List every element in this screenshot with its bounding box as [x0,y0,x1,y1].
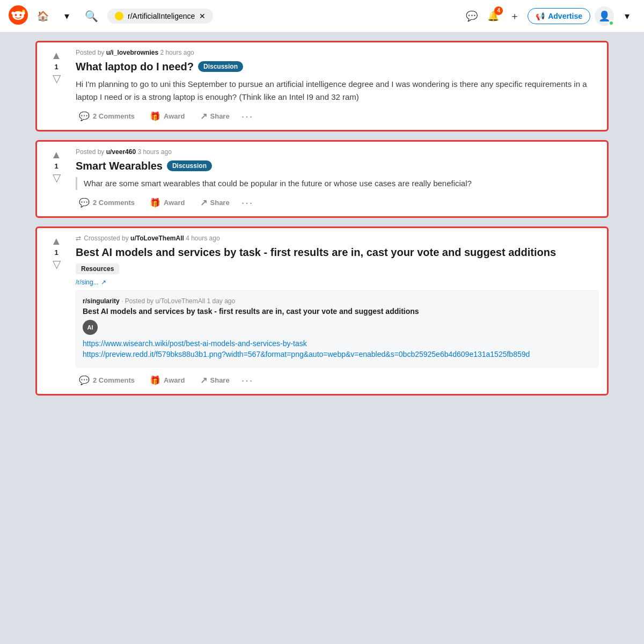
external-link-icon: ↗ [101,279,106,286]
embed-meta: r/singularity · Posted by u/ToLoveThemAl… [83,297,591,305]
advertise-icon: 📢 [536,12,545,20]
post-title-row-1: What laptop do I need? Discussion [76,60,598,74]
award-btn-1[interactable]: 🎁 Award [147,109,188,123]
post-meta-3: ⇄ Crossposted by u/ToLoveThemAll 4 hours… [76,235,598,242]
nav-right: 💬 🔔 4 ＋ 📢 Advertise 👤 ▾ [463,6,635,26]
vote-column-1: ▲ 1 ▽ [41,47,71,126]
award-icon-2: 🎁 [150,197,160,208]
share-icon-3: ↗ [200,375,207,385]
post-body-2: Posted by u/veer460 3 hours ago Smart We… [71,146,603,212]
share-btn-2[interactable]: ↗ Share [197,195,233,210]
comments-icon-1: 💬 [79,111,90,121]
vote-count-3: 1 [54,248,58,257]
post-title-2: Smart Wearables [76,159,163,173]
comments-btn-2[interactable]: 💬 2 Comments [76,195,138,210]
comments-btn-1[interactable]: 💬 2 Comments [76,109,138,123]
post-title-row-2: Smart Wearables Discussion [76,159,598,173]
post-time-2: 3 hours ago [137,148,171,156]
avatar-icon: 👤 [598,10,610,22]
svg-point-3 [20,14,22,16]
svg-point-2 [15,14,17,16]
comments-icon-2: 💬 [79,197,90,208]
vote-column-2: ▲ 1 ▽ [41,146,71,212]
downvote-btn-2[interactable]: ▽ [52,171,62,184]
vote-count-2: 1 [54,162,58,170]
post-card-3: ▲ 1 ▽ ⇄ Crossposted by u/ToLoveThemAll 4… [35,226,609,396]
reddit-logo[interactable] [9,5,28,27]
comments-icon-3: 💬 [79,375,90,385]
comments-label-2: 2 Comments [93,199,135,207]
more-btn-3[interactable]: ··· [241,374,254,386]
comments-label-1: 2 Comments [93,112,135,120]
embed-subreddit: r/singularity [83,297,120,305]
post-flair-3: Resources [76,264,119,274]
crosspost-link-text: /r/sing... [76,279,99,286]
post-author-1[interactable]: u/i_lovebrownies [106,49,158,56]
post-title-3: Best AI models and services by task - fi… [76,245,556,259]
notifications-wrap[interactable]: 🔔 4 [485,8,502,25]
post-author-2[interactable]: u/veer460 [106,148,136,156]
user-avatar[interactable]: 👤 [595,6,614,26]
share-btn-1[interactable]: ↗ Share [197,109,233,123]
award-btn-2[interactable]: 🎁 Award [147,195,188,210]
comments-btn-3[interactable]: 💬 2 Comments [76,373,138,387]
downvote-btn-3[interactable]: ▽ [52,258,62,270]
nav-chevron-btn[interactable]: ▾ [58,8,75,25]
navbar: 🏠 ▾ 🔍 r/ArtificialInteligence ✕ 💬 🔔 4 ＋ … [0,0,644,32]
downvote-btn-1[interactable]: ▽ [52,72,62,85]
post-meta-2: Posted by u/veer460 3 hours ago [76,148,598,156]
upvote-btn-2[interactable]: ▲ [50,148,63,161]
award-label-2: Award [164,199,185,207]
post-title-row-3: Best AI models and services by task - fi… [76,245,598,274]
share-label-3: Share [210,376,230,384]
notifications-badge: 4 [494,6,503,15]
upvote-btn-1[interactable]: ▲ [50,49,63,62]
post-card-1: ▲ 1 ▽ Posted by u/i_lovebrownies 2 hours… [35,41,609,131]
post-title-1: What laptop do I need? [76,60,194,74]
more-btn-1[interactable]: ··· [241,110,254,122]
upvote-btn-3[interactable]: ▲ [50,235,63,247]
award-icon-3: 🎁 [150,375,160,385]
post-author-3[interactable]: u/ToLoveThemAll [130,235,184,242]
svg-point-7 [22,11,25,14]
crosspost-icon: ⇄ [76,235,81,242]
search-button[interactable]: 🔍 [82,6,101,26]
post-meta-1: Posted by u/i_lovebrownies 2 hours ago [76,49,598,56]
embed-link-2[interactable]: https://preview.redd.it/f579bks88u3b1.pn… [83,350,591,358]
embed-time: 1 day ago [207,297,235,305]
share-icon-1: ↗ [200,111,207,121]
online-indicator [609,20,614,26]
advertise-button[interactable]: 📢 Advertise [528,8,590,24]
post-flair-1: Discussion [198,61,243,72]
subreddit-tab-label: r/ArtificialInteligence [128,12,195,20]
svg-point-6 [11,11,14,14]
post-time-1: 2 hours ago [160,49,194,56]
crosspost-subreddit-link[interactable]: /r/sing... ↗ [76,279,598,286]
profile-chevron-btn[interactable]: ▾ [618,8,635,25]
post-actions-1: 💬 2 Comments 🎁 Award ↗ Share ··· [76,109,598,123]
vote-count-1: 1 [54,63,58,71]
post-time-3: 4 hours ago [186,235,219,242]
award-label-3: Award [164,376,185,384]
award-btn-3[interactable]: 🎁 Award [147,373,188,387]
ai-badge: AI [83,320,98,335]
share-btn-3[interactable]: ↗ Share [197,373,233,387]
post-actions-2: 💬 2 Comments 🎁 Award ↗ Share ··· [76,195,598,210]
home-icon-btn[interactable]: 🏠 [34,8,52,25]
close-icon[interactable]: ✕ [199,12,206,20]
post-text-1: Hi I'm planning to go to uni this Septem… [76,78,598,104]
plus-btn[interactable]: ＋ [506,8,523,25]
share-label-1: Share [210,112,230,120]
share-icon-2: ↗ [200,197,207,208]
embed-link-1[interactable]: https://www.wisearch.wiki/post/best-ai-m… [83,339,591,348]
post-card-2: ▲ 1 ▽ Posted by u/veer460 3 hours ago Sm… [35,140,609,218]
crosspost-embed-3: r/singularity · Posted by u/ToLoveThemAl… [76,290,598,368]
more-btn-2[interactable]: ··· [241,196,254,209]
subreddit-tab[interactable]: r/ArtificialInteligence ✕ [107,9,213,24]
post-quote-2: Whar are some smart wearables that could… [76,177,598,190]
award-label-1: Award [164,112,185,120]
main-content: ▲ 1 ▽ Posted by u/i_lovebrownies 2 hours… [27,32,617,404]
comments-label-3: 2 Comments [93,376,135,384]
chat-icon-btn[interactable]: 💬 [463,8,480,25]
embed-title: Best AI models and services by task - fi… [83,307,591,316]
